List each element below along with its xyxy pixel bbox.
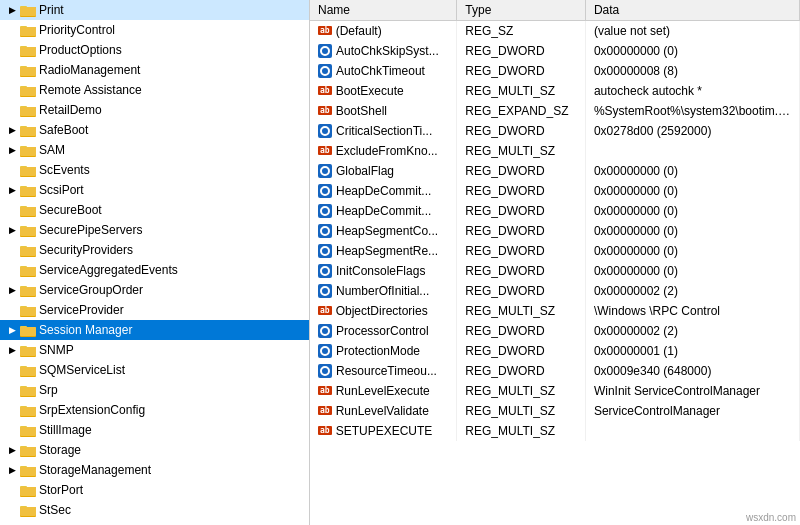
folder-icon bbox=[20, 343, 36, 357]
table-row[interactable]: CriticalSectionTi...REG_DWORD0x0278d00 (… bbox=[310, 121, 800, 141]
tree-item[interactable]: SecureBoot bbox=[0, 200, 309, 220]
folder-icon bbox=[20, 283, 36, 297]
cell-data bbox=[585, 421, 799, 441]
table-row[interactable]: ResourceTimeou...REG_DWORD0x0009e340 (64… bbox=[310, 361, 800, 381]
tree-item[interactable]: SQMServiceList bbox=[0, 360, 309, 380]
tree-arrow[interactable]: ▶ bbox=[4, 345, 20, 355]
tree-item[interactable]: RadioManagement bbox=[0, 60, 309, 80]
table-row[interactable]: ProtectionModeREG_DWORD0x00000001 (1) bbox=[310, 341, 800, 361]
tree-item-label: SecureBoot bbox=[39, 203, 102, 217]
table-row[interactable]: GlobalFlagREG_DWORD0x00000000 (0) bbox=[310, 161, 800, 181]
tree-item[interactable]: SrpExtensionConfig bbox=[0, 400, 309, 420]
folder-icon bbox=[20, 63, 36, 77]
cell-name: NumberOfInitial... bbox=[310, 281, 457, 301]
table-row[interactable]: HeapSegmentCo...REG_DWORD0x00000000 (0) bbox=[310, 221, 800, 241]
tree-arrow[interactable]: ▶ bbox=[4, 465, 20, 475]
tree-item[interactable]: ▶ SAM bbox=[0, 140, 309, 160]
cell-data bbox=[585, 141, 799, 161]
cell-type: REG_MULTI_SZ bbox=[457, 381, 586, 401]
tree-item[interactable]: ▶ StorageManagement bbox=[0, 460, 309, 480]
reg-dword-icon bbox=[318, 264, 332, 278]
registry-tree[interactable]: ▶ Print PriorityControl ProductOptions R… bbox=[0, 0, 310, 525]
reg-ab-icon: ab bbox=[318, 406, 332, 415]
table-row[interactable]: ProcessorControlREG_DWORD0x00000002 (2) bbox=[310, 321, 800, 341]
reg-dword-icon bbox=[318, 204, 332, 218]
cell-type: REG_DWORD bbox=[457, 181, 586, 201]
tree-item[interactable]: SecurityProviders bbox=[0, 240, 309, 260]
tree-item[interactable]: ▶ Storage bbox=[0, 440, 309, 460]
col-type: Type bbox=[457, 0, 586, 21]
tree-arrow[interactable]: ▶ bbox=[4, 325, 20, 335]
tree-arrow[interactable]: ▶ bbox=[4, 145, 20, 155]
tree-item[interactable]: ▶ Session Manager bbox=[0, 320, 309, 340]
table-row[interactable]: InitConsoleFlagsREG_DWORD0x00000000 (0) bbox=[310, 261, 800, 281]
cell-type: REG_DWORD bbox=[457, 121, 586, 141]
tree-item[interactable]: ▶ SNMP bbox=[0, 340, 309, 360]
tree-item[interactable]: ▶ Print bbox=[0, 0, 309, 20]
table-row[interactable]: ab(Default)REG_SZ(value not set) bbox=[310, 21, 800, 41]
tree-item[interactable]: ▶ SafeBoot bbox=[0, 120, 309, 140]
svg-rect-65 bbox=[20, 427, 36, 436]
tree-item-label: ScsiPort bbox=[39, 183, 84, 197]
svg-rect-71 bbox=[20, 467, 36, 476]
tree-arrow[interactable]: ▶ bbox=[4, 225, 20, 235]
cell-name: HeapSegmentCo... bbox=[310, 221, 457, 241]
tree-item[interactable]: StSec bbox=[0, 500, 309, 520]
table-row[interactable]: NumberOfInitial...REG_DWORD0x00000002 (2… bbox=[310, 281, 800, 301]
tree-item[interactable]: SystemInformation bbox=[0, 520, 309, 525]
table-row[interactable]: abBootExecuteREG_MULTI_SZautocheck autoc… bbox=[310, 81, 800, 101]
table-row[interactable]: HeapSegmentRe...REG_DWORD0x00000000 (0) bbox=[310, 241, 800, 261]
registry-values-panel[interactable]: Name Type Data ab(Default)REG_SZ(value n… bbox=[310, 0, 800, 525]
tree-item-label: RadioManagement bbox=[39, 63, 140, 77]
tree-item[interactable]: StillImage bbox=[0, 420, 309, 440]
tree-item[interactable]: StorPort bbox=[0, 480, 309, 500]
table-row[interactable]: abObjectDirectoriesREG_MULTI_SZ\Windows … bbox=[310, 301, 800, 321]
table-row[interactable]: HeapDeCommit...REG_DWORD0x00000000 (0) bbox=[310, 201, 800, 221]
table-row[interactable]: abSETUPEXECUTEREG_MULTI_SZ bbox=[310, 421, 800, 441]
tree-item[interactable]: ServiceAggregatedEvents bbox=[0, 260, 309, 280]
tree-item-label: RetailDemo bbox=[39, 103, 102, 117]
tree-arrow[interactable]: ▶ bbox=[4, 125, 20, 135]
table-row[interactable]: abRunLevelExecuteREG_MULTI_SZWinInit Ser… bbox=[310, 381, 800, 401]
table-row[interactable]: AutoChkTimeoutREG_DWORD0x00000008 (8) bbox=[310, 61, 800, 81]
svg-rect-41 bbox=[20, 267, 36, 276]
tree-item-label: ScEvents bbox=[39, 163, 90, 177]
reg-ab-icon: ab bbox=[318, 26, 332, 35]
tree-item[interactable]: ScEvents bbox=[0, 160, 309, 180]
tree-arrow[interactable]: ▶ bbox=[4, 445, 20, 455]
cell-name: abObjectDirectories bbox=[310, 301, 457, 321]
cell-data: 0x00000002 (2) bbox=[585, 281, 799, 301]
cell-type: REG_DWORD bbox=[457, 361, 586, 381]
tree-arrow[interactable]: ▶ bbox=[4, 5, 20, 15]
table-row[interactable]: abRunLevelValidateREG_MULTI_SZServiceCon… bbox=[310, 401, 800, 421]
svg-rect-74 bbox=[20, 487, 36, 496]
tree-item[interactable]: ServiceProvider bbox=[0, 300, 309, 320]
table-row[interactable]: abExcludeFromKno...REG_MULTI_SZ bbox=[310, 141, 800, 161]
cell-name: HeapSegmentRe... bbox=[310, 241, 457, 261]
tree-item[interactable]: ▶ ServiceGroupOrder bbox=[0, 280, 309, 300]
svg-rect-47 bbox=[20, 307, 36, 316]
tree-item[interactable]: Srp bbox=[0, 380, 309, 400]
tree-item[interactable]: RetailDemo bbox=[0, 100, 309, 120]
tree-item[interactable]: ProductOptions bbox=[0, 40, 309, 60]
svg-rect-26 bbox=[20, 167, 36, 176]
cell-data: 0x00000000 (0) bbox=[585, 161, 799, 181]
folder-icon bbox=[20, 223, 36, 237]
svg-rect-53 bbox=[20, 347, 36, 356]
tree-arrow[interactable]: ▶ bbox=[4, 285, 20, 295]
tree-item[interactable]: ▶ ScsiPort bbox=[0, 180, 309, 200]
tree-item-label: SQMServiceList bbox=[39, 363, 125, 377]
table-row[interactable]: AutoChkSkipSyst...REG_DWORD0x00000000 (0… bbox=[310, 41, 800, 61]
cell-data: (value not set) bbox=[585, 21, 799, 41]
tree-item[interactable]: Remote Assistance bbox=[0, 80, 309, 100]
tree-item[interactable]: ▶ SecurePipeServers bbox=[0, 220, 309, 240]
tree-item[interactable]: PriorityControl bbox=[0, 20, 309, 40]
cell-name: GlobalFlag bbox=[310, 161, 457, 181]
table-row[interactable]: abBootShellREG_EXPAND_SZ%SystemRoot%\sys… bbox=[310, 101, 800, 121]
cell-type: REG_DWORD bbox=[457, 321, 586, 341]
table-row[interactable]: HeapDeCommit...REG_DWORD0x00000000 (0) bbox=[310, 181, 800, 201]
cell-name: abRunLevelExecute bbox=[310, 381, 457, 401]
tree-arrow[interactable]: ▶ bbox=[4, 185, 20, 195]
cell-type: REG_SZ bbox=[457, 21, 586, 41]
cell-type: REG_DWORD bbox=[457, 221, 586, 241]
